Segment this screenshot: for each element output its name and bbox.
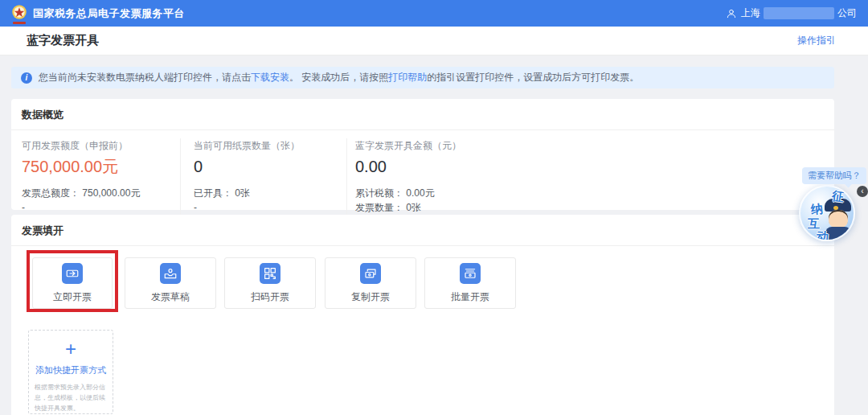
tax-emblem-logo — [11, 4, 27, 23]
plus-icon: + — [65, 339, 76, 360]
overview-stats: 可用发票额度（申报前） 750,000.00元 发票总额度： 750,000.0… — [11, 130, 834, 215]
invoice-draft-icon — [160, 263, 181, 284]
stat-paper-invoices: 当前可用纸票数量（张） 0 已开具： 0张 - — [180, 138, 346, 215]
stat-value-amount: 0.00 — [355, 157, 824, 176]
card-label: 扫码开票 — [251, 290, 289, 304]
logo-caption — [13, 22, 26, 24]
app-header: 国家税务总局电子发票服务平台 上海 公司 — [0, 0, 868, 27]
data-overview-panel: 数据概览 可用发票额度（申报前） 750,000.00元 发票总额度： 750,… — [11, 99, 834, 210]
stat-label: 可用发票额度（申报前） — [22, 139, 180, 153]
stat-value-paper: 0 — [194, 157, 346, 176]
mascot-body — [825, 227, 851, 241]
mascot-face — [829, 210, 848, 228]
instant-invoice-icon — [62, 263, 83, 284]
filling-section-title: 发票填开 — [11, 215, 834, 246]
stat-subrows: 累计税额： 0.00元 发票数量： 0张 — [355, 186, 824, 215]
stat-label: 当前可用纸票数量（张） — [194, 139, 346, 153]
card-label: 复制开票 — [351, 290, 390, 304]
card-invoice-draft[interactable]: 发票草稿 — [125, 257, 216, 309]
card-batch-invoice[interactable]: 批量开票 — [424, 257, 516, 309]
banner-text-middle: 。 安装成功后，请按照 — [289, 72, 388, 83]
scan-qr-icon — [260, 263, 280, 284]
user-region-label: 上海 — [741, 6, 760, 20]
operation-guide-link[interactable]: 操作指引 — [797, 34, 836, 47]
badge-char: 征 — [831, 188, 845, 205]
banner-text: 您当前尚未安装数电票纳税人端打印控件，请点击下载安装。 安装成功后，请按照打印帮… — [39, 71, 639, 84]
add-card-label: 添加快捷开票方式 — [35, 364, 106, 376]
badge-char: 动 — [816, 228, 829, 241]
stat-blue-invoice-amount: 蓝字发票开具金额（元） 0.00 累计税额： 0.00元 发票数量： 0张 — [346, 138, 824, 215]
card-label: 发票草稿 — [151, 290, 190, 304]
card-instant-invoice[interactable]: 立即开票 — [32, 257, 113, 309]
card-copy-invoice[interactable]: 复制开票 — [325, 257, 416, 309]
filling-cards-area: 立即开票 发票草稿 扫码开票 — [11, 246, 834, 415]
info-circle-icon: i — [21, 72, 32, 84]
invoice-filling-panel: 发票填开 立即开票 发票草稿 — [11, 215, 834, 415]
overview-section-title: 数据概览 — [11, 99, 834, 130]
print-plugin-banner: i 您当前尚未安装数电票纳税人端打印控件，请点击下载安装。 安装成功后，请按照打… — [11, 67, 834, 88]
collapse-handle-icon[interactable]: ‹ — [857, 186, 868, 197]
stat-label: 蓝字发票开具金额（元） — [355, 139, 824, 153]
stat-subrow: - — [22, 200, 180, 215]
banner-text-after: 的指引设置打印控件，设置成功后方可打印发票。 — [427, 72, 639, 83]
stat-subrow: - — [194, 200, 346, 215]
badge-char: 纳 — [810, 201, 824, 217]
batch-invoice-icon — [460, 263, 481, 284]
page-title: 蓝字发票开具 — [27, 33, 99, 48]
print-help-link[interactable]: 打印帮助 — [388, 72, 427, 83]
user-company-label: 公司 — [837, 6, 857, 20]
app-title: 国家税务总局电子发票服务平台 — [33, 6, 185, 21]
stat-subrows: 已开具： 0张 - — [194, 186, 346, 215]
add-quick-invoice-card[interactable]: + 添加快捷开票方式 根据需求预先录入部分信息，生成模板，以便后续快捷开具发票。 — [28, 330, 113, 414]
help-tooltip: 需要帮助吗？ — [802, 167, 866, 184]
user-name-redacted — [764, 7, 834, 19]
stat-subrow: 发票数量： 0张 — [355, 200, 824, 215]
card-label: 批量开票 — [451, 290, 489, 304]
person-icon — [726, 8, 737, 19]
page-title-bar: 蓝字发票开具 操作指引 — [0, 27, 868, 55]
add-card-description: 根据需求预先录入部分信息，生成模板，以便后续快捷开具发票。 — [29, 382, 113, 413]
stat-value-quota: 750,000.00元 — [22, 157, 180, 176]
download-install-link[interactable]: 下载安装 — [251, 72, 289, 83]
user-account-menu[interactable]: 上海 公司 — [726, 6, 857, 20]
stat-subrow: 发票总额度： 750,000.00元 — [22, 186, 180, 200]
banner-text-before: 您当前尚未安装数电票纳税人端打印控件，请点击 — [39, 72, 251, 83]
stat-subrow: 累计税额： 0.00元 — [355, 186, 824, 200]
stat-subrow: 已开具： 0张 — [194, 186, 346, 200]
card-scan-qr-invoice[interactable]: 扫码开票 — [224, 257, 316, 309]
stat-subrows: 发票总额度： 750,000.00元 - — [22, 186, 180, 215]
stat-available-quota: 可用发票额度（申报前） 750,000.00元 发票总额度： 750,000.0… — [22, 138, 180, 215]
copy-invoice-icon — [360, 263, 381, 284]
card-label: 立即开票 — [53, 290, 92, 304]
tax-assistant-mascot[interactable]: 征 纳 互 动 — [799, 185, 855, 241]
